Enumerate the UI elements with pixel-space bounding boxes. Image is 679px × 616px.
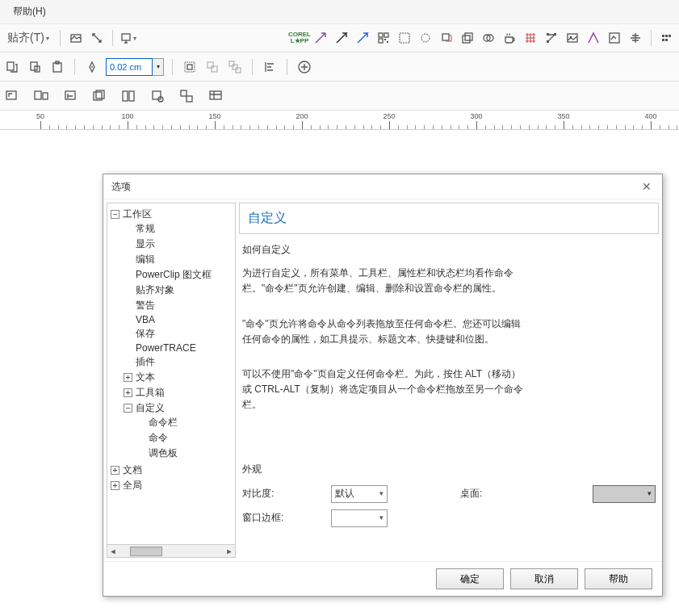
add-icon[interactable] [295, 58, 313, 76]
svg-rect-24 [665, 39, 668, 41]
qr-icon[interactable] [375, 29, 392, 47]
clipboard-icon[interactable] [48, 58, 66, 76]
dialog-footer: 确定 取消 帮助 [103, 561, 662, 596]
tab-icon-1[interactable] [3, 87, 21, 105]
help-button[interactable]: 帮助 [585, 568, 652, 589]
tree-plugin[interactable]: 插件 [124, 354, 233, 370]
tab-icon-5[interactable] [119, 87, 137, 105]
tree-display[interactable]: 显示 [124, 237, 233, 252]
node-icon[interactable] [543, 29, 560, 47]
paste-props-icon[interactable] [26, 58, 44, 76]
copy-props-icon[interactable] [3, 58, 21, 76]
tree-cmdbar[interactable]: 命令栏 [136, 415, 233, 430]
border-color-select[interactable] [331, 509, 388, 527]
svg-rect-1 [122, 34, 130, 40]
bitmap-icon[interactable] [564, 29, 581, 47]
adjust-icon[interactable] [88, 29, 106, 47]
grid-icon[interactable] [522, 29, 539, 47]
align-distribute-icon[interactable] [627, 29, 644, 47]
picture-frame-icon[interactable] [606, 29, 623, 47]
outline-width-dropdown[interactable]: ▾ [153, 58, 164, 76]
svg-rect-21 [665, 35, 668, 37]
align-left-icon[interactable] [261, 58, 279, 76]
tree-document[interactable]: +文档 [111, 463, 233, 478]
svg-rect-22 [669, 35, 671, 37]
ungroup-all-icon[interactable] [226, 58, 244, 76]
content-p1: 为进行自定义，所有菜单、工具栏、属性栏和状态栏均看作命令栏。"命令栏"页允许创建… [242, 266, 525, 296]
tree-edit[interactable]: 编辑 [124, 252, 233, 267]
appearance-label: 外观 [242, 462, 656, 477]
menu-help[interactable]: 帮助(H) [8, 3, 51, 20]
tree-text[interactable]: +文本 [124, 370, 233, 385]
separator [74, 59, 75, 75]
tree-cmd[interactable]: 命令 [136, 430, 233, 446]
overflow-icon[interactable] [658, 29, 676, 47]
transform-icon[interactable] [438, 29, 455, 47]
tree-snap[interactable]: 贴齐对象 [124, 283, 233, 298]
svg-rect-2 [379, 33, 383, 37]
separator [112, 30, 113, 46]
tab-icon-4[interactable] [90, 87, 108, 105]
ungroup-icon[interactable] [203, 58, 221, 76]
arrow-send-icon[interactable] [312, 29, 329, 47]
tree-toolbox[interactable]: +工具箱 [124, 385, 233, 400]
tab-icon-8[interactable] [207, 87, 224, 105]
pen-outline-icon[interactable] [83, 58, 101, 76]
snap-dropdown[interactable]: 贴齐(T) [3, 29, 53, 47]
tree-scrollbar[interactable]: ◄ ► [107, 544, 235, 557]
svg-rect-36 [233, 65, 237, 69]
circle-target-icon[interactable] [417, 29, 434, 47]
options-dialog: 选项 ✕ −工作区 常规 显示 编辑 PowerClip 图文框 贴齐对象 警告… [103, 174, 663, 597]
toolbar-standard: 贴齐(T) CORELL★PP [0, 24, 679, 52]
tree-global[interactable]: +全局 [111, 478, 233, 493]
tree-powerclip[interactable]: PowerClip 图文框 [124, 267, 233, 283]
close-icon[interactable]: ✕ [639, 179, 654, 194]
cancel-button[interactable]: 取消 [510, 568, 578, 589]
image-tool-1[interactable] [67, 29, 85, 47]
contrast-label: 对比度: [242, 486, 323, 501]
tree-vba[interactable]: VBA [124, 313, 233, 326]
tab-icon-2[interactable] [32, 87, 50, 105]
group-icon[interactable] [181, 58, 199, 76]
svg-rect-47 [153, 91, 161, 99]
layers-icon[interactable] [459, 29, 476, 47]
toolbar-tabs [0, 82, 679, 111]
desktop-color-select[interactable] [593, 485, 656, 503]
svg-rect-32 [187, 65, 192, 69]
tree-palette[interactable]: 调色板 [136, 446, 233, 461]
tree-workspace[interactable]: −工作区 常规 显示 编辑 PowerClip 图文框 贴齐对象 警告 VBA … [111, 207, 233, 463]
corel-logo-icon[interactable]: CORELL★PP [291, 29, 308, 47]
tab-icon-3[interactable] [61, 87, 79, 105]
tree-save[interactable]: 保存 [124, 326, 233, 342]
shape-combine-icon[interactable] [480, 29, 497, 47]
tab-icon-6[interactable] [149, 87, 166, 105]
svg-rect-28 [53, 63, 61, 72]
shape-arrow-icon[interactable] [585, 29, 602, 47]
outline-width-input[interactable] [106, 58, 153, 76]
arrow-dark-icon[interactable] [333, 29, 350, 47]
svg-rect-31 [185, 62, 195, 72]
tree-general[interactable]: 常规 [124, 221, 233, 237]
svg-rect-37 [236, 68, 241, 73]
tree-warning[interactable]: 警告 [124, 298, 233, 313]
svg-rect-4 [379, 39, 383, 43]
arrow-blue-icon[interactable] [354, 29, 371, 47]
svg-point-30 [91, 66, 93, 68]
presentation-dropdown[interactable] [119, 29, 137, 47]
svg-rect-39 [6, 91, 16, 99]
tree-powertrace[interactable]: PowerTRACE [124, 342, 233, 354]
content-panel: 自定义 如何自定义 为进行自定义，所有菜单、工具栏、属性栏和状态栏均看作命令栏。… [239, 203, 659, 558]
ok-button[interactable]: 确定 [436, 568, 504, 589]
coffee-icon[interactable] [501, 29, 518, 47]
content-p2: "命令"页允许将命令从命令列表拖放至任何命令栏。您还可以编辑任何命令的属性，如工… [242, 316, 525, 347]
svg-rect-23 [662, 39, 664, 41]
svg-rect-46 [129, 91, 134, 101]
svg-rect-20 [662, 35, 664, 37]
tree-customize[interactable]: −自定义 命令栏 命令 调色板 [124, 400, 233, 462]
select-all-icon[interactable] [396, 29, 413, 47]
ruler-horizontal: /*ruler built below*/ 501001502002503003… [0, 111, 679, 130]
contrast-select[interactable]: 默认 [331, 485, 388, 503]
tab-icon-7[interactable] [178, 87, 195, 105]
separator [60, 30, 61, 46]
dialog-title-text: 选项 [111, 180, 131, 194]
